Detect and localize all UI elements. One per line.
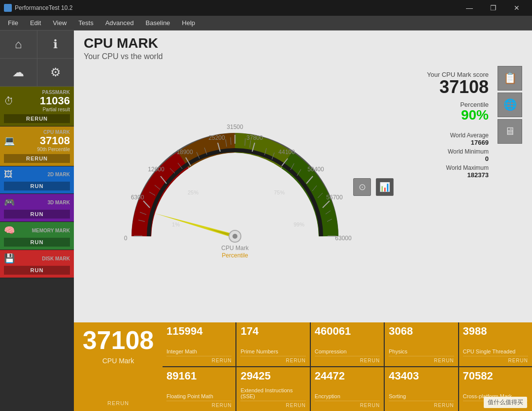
save-icon: 📋 bbox=[503, 72, 517, 85]
nav-home-button[interactable]: ⌂ bbox=[0, 31, 37, 58]
physics-value: 3068 bbox=[389, 325, 454, 337]
menu-bar: File Edit View Tests Advanced Baseline H… bbox=[0, 16, 532, 31]
sidebar-item-passmark[interactable]: ⏱ PASSMARK 11036 Partial result RERUN bbox=[0, 87, 74, 126]
result-cell-compression: 460061 Compression RERUN bbox=[311, 322, 384, 366]
encryption-value: 24472 bbox=[315, 370, 380, 382]
ext-instructions-label: Extended Instructions (SSE) bbox=[240, 382, 305, 399]
nav-settings-button[interactable]: ⚙ bbox=[37, 59, 74, 86]
result-cell-extended-instructions: 29425 Extended Instructions (SSE) RERUN bbox=[236, 367, 309, 411]
gauge-area: 0 6300 12600 18900 25200 31500 37800 441… bbox=[84, 66, 522, 317]
passmark-sub: Partial result bbox=[40, 107, 70, 112]
floating-point-value: 89161 bbox=[166, 370, 232, 382]
speedometer-button[interactable]: ⊙ bbox=[353, 178, 371, 196]
result-cell-cpu-single: 3988 CPU Single Threaded RERUN bbox=[459, 322, 532, 366]
sidebar-item-2d[interactable]: 🖼 2D MARK RUN bbox=[0, 166, 74, 194]
menu-advanced[interactable]: Advanced bbox=[100, 17, 140, 29]
menu-view[interactable]: View bbox=[47, 17, 72, 29]
result-cell-integer-math: 115994 Integer Math RERUN bbox=[163, 322, 235, 366]
result-cell-floating-point: 89161 Floating Point Math RERUN bbox=[163, 367, 235, 411]
memory-run-button[interactable]: RUN bbox=[4, 238, 70, 247]
menu-baseline[interactable]: Baseline bbox=[139, 17, 176, 29]
svg-text:18900: 18900 bbox=[177, 149, 194, 156]
svg-text:CPU Mark: CPU Mark bbox=[222, 245, 249, 252]
world-compare-button[interactable]: 🌐 bbox=[498, 93, 522, 117]
cpu-rerun-button[interactable]: RERUN bbox=[4, 154, 70, 163]
world-minimum-label: World Minimum bbox=[448, 148, 489, 155]
sidebar-item-cpu[interactable]: 💻 CPU MARK 37108 90th Percentile RERUN bbox=[0, 126, 74, 166]
result-cells-grid: 115994 Integer Math RERUN 174 Prime Numb… bbox=[163, 322, 532, 411]
prime-numbers-rerun-button[interactable]: RERUN bbox=[240, 356, 305, 363]
svg-text:50400: 50400 bbox=[308, 166, 325, 173]
hardware-info-button[interactable]: 🖥 bbox=[498, 119, 522, 144]
sidebar-item-disk[interactable]: 💾 DISK MARK RUN bbox=[0, 250, 74, 278]
main-score-box: 37108 CPU Mark RERUN bbox=[74, 322, 163, 411]
world-average-value: 17669 bbox=[471, 139, 489, 146]
sidebar-items: ⏱ PASSMARK 11036 Partial result RERUN 💻 … bbox=[0, 87, 74, 411]
prime-numbers-value: 174 bbox=[240, 325, 305, 337]
2d-run-button[interactable]: RUN bbox=[4, 182, 70, 190]
menu-tests[interactable]: Tests bbox=[72, 17, 99, 29]
menu-edit[interactable]: Edit bbox=[24, 17, 47, 29]
integer-math-value: 115994 bbox=[166, 325, 232, 337]
main-score-number: 37108 bbox=[83, 327, 154, 353]
3d-label: 3D MARK bbox=[47, 200, 70, 205]
result-cell-prime-numbers: 174 Prime Numbers RERUN bbox=[236, 322, 309, 366]
cross-platform-value: 70582 bbox=[463, 370, 528, 382]
main-score-rerun-button[interactable]: RERUN bbox=[107, 396, 129, 406]
svg-text:56700: 56700 bbox=[327, 194, 343, 201]
passmark-value: 11036 bbox=[40, 95, 70, 107]
disk-run-button[interactable]: RUN bbox=[4, 266, 70, 275]
sidebar: ⌂ ℹ ☁ ⚙ ⏱ PASSMARK 11036 Partial re bbox=[0, 31, 74, 411]
compression-rerun-button[interactable]: RERUN bbox=[315, 356, 380, 363]
svg-text:75%: 75% bbox=[274, 190, 285, 195]
sorting-rerun-button[interactable]: RERUN bbox=[389, 401, 454, 408]
home-icon: ⌂ bbox=[15, 37, 22, 51]
sidebar-item-3d[interactable]: 🎮 3D MARK RUN bbox=[0, 194, 74, 222]
save-results-button[interactable]: 📋 bbox=[498, 66, 522, 91]
svg-text:44100: 44100 bbox=[279, 149, 296, 156]
sidebar-item-memory[interactable]: 🧠 MEMORY MARK RUN bbox=[0, 222, 74, 250]
watermark: 值什么值得买 bbox=[484, 397, 527, 408]
page-subtitle: Your CPU vs the world bbox=[84, 52, 522, 61]
close-button[interactable]: ✕ bbox=[505, 0, 528, 16]
score-panel: Your CPU Mark score 37108 Percentile 90%… bbox=[427, 66, 522, 317]
result-cell-physics: 3068 Physics RERUN bbox=[385, 322, 458, 366]
cpu-single-rerun-button[interactable]: RERUN bbox=[463, 356, 528, 363]
svg-text:25%: 25% bbox=[188, 190, 199, 195]
top-section: CPU MARK Your CPU vs the world bbox=[74, 31, 532, 322]
menu-help[interactable]: Help bbox=[176, 17, 201, 29]
score-action-icons: 📋 🌐 🖥 bbox=[498, 66, 522, 317]
score-details: Your CPU Mark score 37108 Percentile 90%… bbox=[427, 66, 489, 317]
chart-view-button[interactable]: 📊 bbox=[376, 178, 394, 196]
cpu-sub: 90th Percentile bbox=[37, 147, 70, 152]
floating-point-rerun-button[interactable]: RERUN bbox=[166, 401, 232, 408]
physics-rerun-button[interactable]: RERUN bbox=[389, 356, 454, 363]
hardware-icon: 🖥 bbox=[504, 125, 515, 138]
svg-text:99%: 99% bbox=[294, 221, 304, 227]
info-icon: ℹ bbox=[53, 37, 58, 51]
chart-icon: ☁ bbox=[12, 65, 24, 79]
integer-math-rerun-button[interactable]: RERUN bbox=[166, 356, 232, 363]
passmark-rerun-button[interactable]: RERUN bbox=[4, 114, 70, 123]
2d-label: 2D MARK bbox=[47, 172, 70, 177]
svg-text:1%: 1% bbox=[172, 221, 180, 227]
window-controls: — ❐ ✕ bbox=[458, 0, 528, 16]
compression-value: 460061 bbox=[315, 325, 380, 337]
svg-text:0: 0 bbox=[124, 235, 128, 242]
title-bar: PerformanceTest 10.2 — ❐ ✕ bbox=[0, 0, 532, 16]
prime-numbers-label: Prime Numbers bbox=[240, 337, 305, 354]
svg-marker-46 bbox=[154, 211, 236, 238]
nav-chart-button[interactable]: ☁ bbox=[0, 59, 37, 86]
nav-info-button[interactable]: ℹ bbox=[37, 31, 74, 58]
svg-text:31500: 31500 bbox=[227, 124, 244, 130]
page-title: CPU MARK bbox=[84, 35, 522, 51]
ext-instructions-rerun-button[interactable]: RERUN bbox=[240, 401, 305, 408]
score-value: 37108 bbox=[439, 78, 489, 96]
minimize-button[interactable]: — bbox=[458, 0, 481, 16]
3d-run-button[interactable]: RUN bbox=[4, 210, 70, 219]
encryption-rerun-button[interactable]: RERUN bbox=[315, 401, 380, 408]
maximize-button[interactable]: ❐ bbox=[482, 0, 504, 16]
sorting-label: Sorting bbox=[389, 382, 454, 399]
svg-text:6300: 6300 bbox=[131, 194, 144, 201]
menu-file[interactable]: File bbox=[2, 17, 24, 29]
